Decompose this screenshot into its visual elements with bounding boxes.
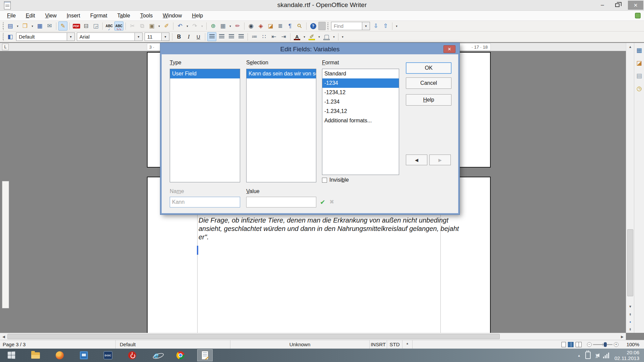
format-option[interactable]: Standard bbox=[322, 69, 399, 78]
font-color-icon[interactable]: A bbox=[292, 32, 302, 41]
power-button[interactable] bbox=[127, 351, 137, 360]
format-paintbrush-icon[interactable]: ✐ bbox=[162, 21, 171, 31]
export-pdf-icon[interactable]: PDF bbox=[72, 21, 81, 31]
scroll-down-button[interactable]: ▼ bbox=[626, 303, 634, 310]
underline-icon[interactable]: U bbox=[194, 32, 203, 41]
power-battery-icon[interactable] bbox=[585, 352, 591, 359]
zoom-icon[interactable]: ⚲ bbox=[295, 21, 304, 31]
draw-functions-icon[interactable]: ✏ bbox=[233, 21, 242, 31]
find-previous-icon[interactable]: ⇧ bbox=[381, 21, 390, 31]
blue-app-button[interactable] bbox=[79, 351, 89, 360]
page-style-indicator[interactable]: Default bbox=[116, 340, 230, 349]
sidebar-tab-2-icon[interactable]: ◪ bbox=[635, 59, 643, 67]
menu-item[interactable]: Help bbox=[187, 11, 208, 20]
type-option[interactable]: User Field bbox=[170, 69, 240, 78]
bullet-list-icon[interactable]: ∷ bbox=[260, 32, 269, 41]
format-option[interactable]: -1.234,12 bbox=[322, 107, 399, 116]
menu-item[interactable]: File bbox=[2, 11, 21, 20]
previous-field-button[interactable]: ◀ bbox=[406, 155, 427, 165]
scroll-up-button[interactable]: ▲ bbox=[626, 43, 634, 50]
quickstarter-icon[interactable] bbox=[635, 13, 641, 18]
navigation-dot-button[interactable]: ● bbox=[626, 318, 634, 325]
cancel-button[interactable]: Cancel bbox=[406, 77, 451, 89]
page-preview-icon[interactable]: ◲ bbox=[91, 21, 100, 31]
apply-value-icon[interactable]: ✔ bbox=[320, 198, 325, 206]
delete-value-icon[interactable]: ✖ bbox=[329, 198, 334, 205]
help-icon[interactable]: ? bbox=[309, 21, 318, 31]
horizontal-scrollbar[interactable]: ◀ ▶ bbox=[0, 333, 626, 340]
sidebar-tab-1-icon[interactable]: ▦ bbox=[635, 46, 643, 54]
tab-stop-selector[interactable]: L bbox=[2, 44, 9, 50]
format-option[interactable]: -1234,12 bbox=[322, 88, 399, 97]
styles-panel-icon[interactable]: ◧ bbox=[6, 32, 15, 41]
menu-item[interactable]: Insert bbox=[62, 11, 85, 20]
help-button[interactable]: Help bbox=[406, 94, 451, 106]
save-icon[interactable]: ▦ bbox=[35, 21, 44, 31]
name-field[interactable]: Kann bbox=[170, 197, 240, 207]
new-document-dropdown[interactable]: ▾ bbox=[15, 21, 20, 31]
font-size-combo[interactable]: 11 ▾ bbox=[145, 33, 169, 41]
highlighting-dropdown[interactable]: ▾ bbox=[317, 32, 321, 41]
format-option[interactable]: -1.234 bbox=[322, 97, 399, 107]
find-dropdown-icon[interactable]: ▾ bbox=[362, 22, 370, 30]
network-signal-icon[interactable] bbox=[603, 352, 609, 358]
align-left-icon[interactable] bbox=[207, 32, 216, 41]
navigator-icon[interactable]: ◈ bbox=[256, 21, 265, 31]
start-button[interactable] bbox=[7, 351, 16, 360]
zoom-out-button[interactable]: − bbox=[587, 342, 592, 347]
size-combo-dropdown-icon[interactable]: ▾ bbox=[161, 33, 169, 41]
hidden-icons-chevron[interactable]: ▴ bbox=[578, 353, 580, 358]
menu-item[interactable]: Format bbox=[85, 11, 112, 20]
multi-page-view-icon[interactable] bbox=[568, 342, 574, 347]
paste-dropdown[interactable]: ▾ bbox=[157, 21, 161, 31]
sidebar-tab-3-icon[interactable]: ▤ bbox=[635, 72, 643, 80]
font-combo-dropdown-icon[interactable]: ▾ bbox=[135, 33, 142, 41]
insert-mode-indicator[interactable]: INSRT bbox=[370, 340, 387, 349]
doc-app-button[interactable]: DOC bbox=[103, 351, 113, 360]
copy-icon[interactable]: ⧉ bbox=[138, 21, 147, 31]
find-input[interactable]: Find ▾ bbox=[331, 22, 370, 30]
undo-dropdown[interactable]: ▾ bbox=[185, 21, 190, 31]
redo-dropdown[interactable]: ▾ bbox=[200, 21, 204, 31]
vertical-ruler[interactable] bbox=[2, 181, 9, 308]
open-dropdown[interactable]: ▾ bbox=[30, 21, 35, 31]
numbered-list-icon[interactable]: ≔ bbox=[250, 32, 259, 41]
sidebar-tab-4-icon[interactable]: ◷ bbox=[635, 84, 643, 93]
cut-icon[interactable]: ✂ bbox=[128, 21, 137, 31]
selection-option[interactable]: Kann das sein das wir von solch bbox=[247, 69, 316, 78]
openoffice-writer-taskbar-button[interactable] bbox=[197, 349, 213, 361]
scroll-left-button[interactable]: ◀ bbox=[0, 333, 7, 340]
menu-item[interactable]: Tools bbox=[135, 11, 158, 20]
formatting-marks-icon[interactable]: ¶ bbox=[285, 21, 294, 31]
email-icon[interactable]: ✉ bbox=[45, 21, 54, 31]
autospellcheck-icon[interactable]: ABC∿∿ bbox=[114, 21, 123, 31]
selection-mode-indicator[interactable]: STD bbox=[387, 340, 402, 349]
data-sources-icon[interactable]: ≣ bbox=[276, 21, 285, 31]
firefox-button[interactable] bbox=[55, 351, 64, 360]
hyperlink-icon[interactable]: ⊛ bbox=[209, 21, 218, 31]
language-indicator[interactable]: Unknown bbox=[230, 340, 370, 349]
bold-icon[interactable]: B bbox=[174, 32, 183, 41]
zoom-slider-thumb[interactable] bbox=[604, 342, 607, 347]
toolbar2-options-dropdown[interactable]: ▾ bbox=[340, 32, 345, 41]
value-field[interactable] bbox=[246, 197, 316, 207]
zoom-percentage[interactable]: 100% bbox=[625, 340, 644, 349]
spellcheck-icon[interactable]: ABC✓ bbox=[105, 21, 114, 31]
page-indicator[interactable]: Page 3 / 3 bbox=[0, 340, 116, 349]
new-document-icon[interactable]: ▤ bbox=[6, 21, 15, 31]
menu-item[interactable]: Window bbox=[158, 11, 187, 20]
font-name-combo[interactable]: Arial ▾ bbox=[77, 33, 143, 41]
minimize-button[interactable]: – bbox=[596, 0, 609, 10]
paste-icon[interactable]: ▣ bbox=[147, 21, 156, 31]
zoom-in-button[interactable]: + bbox=[614, 342, 619, 347]
undo-icon[interactable]: ↶ bbox=[175, 21, 184, 31]
next-page-button[interactable]: ⇟ bbox=[626, 325, 634, 333]
align-center-icon[interactable] bbox=[217, 32, 226, 41]
menu-item[interactable]: Edit bbox=[21, 11, 40, 20]
scroll-right-button[interactable]: ▶ bbox=[619, 333, 626, 340]
edit-file-icon[interactable]: ✎ bbox=[58, 21, 67, 31]
dialog-title[interactable]: Edit Fields: Variables bbox=[162, 44, 458, 54]
gallery-icon[interactable]: ◪ bbox=[266, 21, 275, 31]
open-icon[interactable]: ❒ bbox=[20, 21, 30, 31]
file-explorer-button[interactable] bbox=[31, 351, 40, 360]
